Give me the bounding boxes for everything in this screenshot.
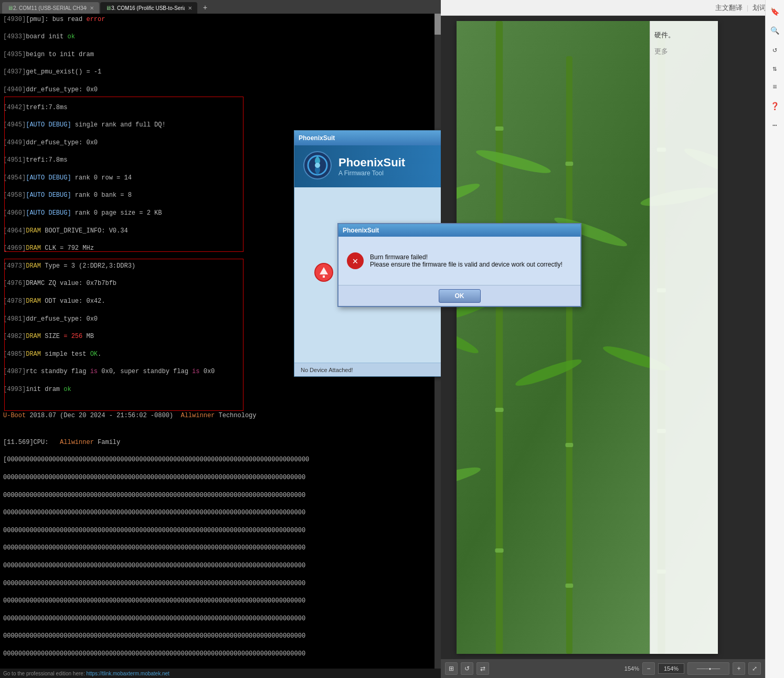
ps-title-sub: A Firmware Tool	[338, 169, 405, 177]
svg-rect-38	[565, 443, 573, 447]
page-text-more: 更多	[654, 45, 714, 57]
sidebar-sort-icon[interactable]: ⇅	[768, 61, 782, 76]
tab-2-close[interactable]: ✕	[188, 5, 192, 11]
upgrade-icon	[313, 262, 334, 289]
dialog-title: PhoenixSuit	[343, 227, 379, 234]
svg-rect-29	[495, 126, 503, 131]
expand-btn[interactable]: ⤢	[748, 662, 761, 675]
svg-rect-32	[495, 548, 503, 553]
tab-inactive-1[interactable]: 🖥 2. COM11 (USB-SERIAL CH340 (C... ✕	[2, 2, 99, 14]
svg-rect-39	[565, 584, 573, 588]
pdf-page: 硬件。 更多	[457, 21, 718, 654]
svg-point-2	[315, 163, 320, 168]
right-topbar: 主文翻译 | 划词翻译	[441, 0, 784, 16]
ps-app-title: PhoenixSuit A Firmware Tool	[338, 156, 405, 177]
tab-active-2[interactable]: 🖥 3. COM16 (Prolific USB-to-Serial... ✕	[100, 2, 197, 14]
bottom-bar-text: Go to the professional edition here:	[3, 671, 85, 676]
zoom-input[interactable]	[658, 663, 684, 674]
pdf-viewer[interactable]: 硬件。 更多 ⊞ ↺ ⇄ 154% − ────●─── + ⤢	[441, 16, 765, 678]
zoom-slider[interactable]: ────●───	[687, 662, 729, 675]
dialog-error-icon: ✕	[347, 252, 364, 269]
sidebar-menu-icon[interactable]: ≡	[768, 80, 782, 94]
right-panel: 主文翻译 | 划词翻译	[441, 0, 784, 678]
sidebar-help-icon[interactable]: ❓	[768, 99, 782, 113]
zoom-minus-btn[interactable]: −	[642, 662, 655, 675]
svg-rect-31	[495, 408, 503, 412]
dialog-ok-button[interactable]: OK	[439, 289, 481, 303]
tab-1-icon: 🖥	[7, 5, 13, 11]
bottom-bar-link[interactable]: https://tlink.mobaxterm.mobatek.net	[86, 671, 169, 676]
tab-1-close[interactable]: ✕	[90, 5, 94, 11]
svg-rect-36	[565, 162, 573, 166]
bamboo-visual: 硬件。 更多	[457, 21, 718, 654]
ps-title-main: PhoenixSuit	[338, 156, 405, 169]
ps-status-left: No Device Attached!	[301, 367, 353, 373]
svg-rect-13	[323, 276, 325, 278]
page-text-overlay: 硬件。 更多	[650, 21, 718, 654]
phoenixsuit-title: PhoenixSuit	[299, 134, 335, 142]
topbar-divider: |	[747, 4, 748, 12]
sidebar-more-icon[interactable]: ⋯	[768, 118, 782, 132]
page-text-content: 硬件。 更多	[654, 29, 714, 58]
dialog-message-line1: Burn firmware failed!	[370, 253, 572, 261]
tab-1-label: 2. COM11 (USB-SERIAL CH340 (C...	[13, 5, 87, 11]
tab-2-icon: 🖥	[105, 5, 111, 11]
dialog-footer: OK	[338, 285, 580, 306]
new-tab-button[interactable]: +	[199, 2, 211, 14]
dialog-text: Burn firmware failed! Please ensure the …	[370, 253, 572, 268]
dialog-titlebar: PhoenixSuit	[338, 224, 580, 237]
dialog-body: ✕ Burn firmware failed! Please ensure th…	[338, 237, 580, 285]
sidebar-search-icon[interactable]: 🔍	[768, 23, 782, 38]
svg-rect-28	[496, 21, 503, 654]
zoom-plus-btn[interactable]: +	[733, 662, 745, 675]
sidebar-refresh-icon[interactable]: ↺	[768, 42, 782, 57]
svg-rect-35	[566, 56, 573, 654]
pdf-toolbar: ⊞ ↺ ⇄ 154% − ────●─── + ⤢	[441, 659, 765, 678]
terminal-scrollbar-thumb[interactable]	[435, 14, 441, 35]
zoom-label: 154%	[624, 665, 639, 672]
right-sidebar: 🔖 🔍 ↺ ⇅ ≡ ❓ ⋯	[765, 0, 784, 678]
tab-2-label: 3. COM16 (Prolific USB-to-Serial...	[111, 5, 185, 11]
topbar-text-1: 主文翻译	[715, 3, 743, 13]
error-dialog: PhoenixSuit ✕ Burn firmware failed! Plea…	[337, 223, 581, 307]
page-text-hardware: 硬件。	[654, 29, 714, 41]
dialog-message-line2: Please ensure the firmware file is valid…	[370, 261, 572, 268]
sidebar-bookmark-icon[interactable]: 🔖	[768, 4, 782, 19]
pdf-fit-btn[interactable]: ⊞	[445, 662, 458, 675]
ps-logo	[303, 151, 332, 182]
terminal-tabs: 🖥 2. COM11 (USB-SERIAL CH340 (C... ✕ 🖥 3…	[0, 0, 441, 14]
pdf-flip-btn[interactable]: ⇄	[476, 662, 489, 675]
pdf-rotate-btn[interactable]: ↺	[461, 662, 473, 675]
terminal-bottom-bar: Go to the professional edition here: htt…	[0, 669, 441, 678]
